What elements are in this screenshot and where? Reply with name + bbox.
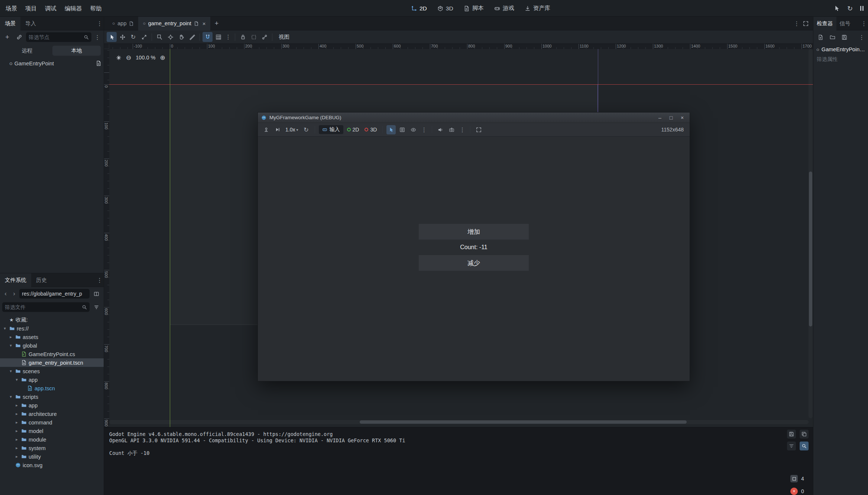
pivot-tool-icon[interactable]	[165, 32, 175, 42]
expand-arrow[interactable]: ▸	[14, 437, 19, 442]
horizontal-scrollbar[interactable]	[109, 420, 809, 424]
expand-arrow[interactable]: ▸	[14, 420, 19, 425]
save-log-icon[interactable]	[787, 430, 796, 439]
move-tool-icon[interactable]	[117, 32, 127, 42]
camera-override-icon[interactable]	[447, 125, 456, 134]
tab-scene[interactable]: 场景	[0, 17, 20, 30]
filesystem-menu-icon[interactable]: ⋮	[95, 277, 104, 284]
select-tool-icon[interactable]	[107, 32, 117, 42]
file-tree-item[interactable]: ▸ system	[0, 444, 104, 452]
filter-files-input[interactable]	[5, 304, 80, 310]
file-tree-item[interactable]: # GameEntryPoint.cs	[0, 350, 104, 358]
inspector-menu-icon[interactable]: ⋮	[858, 34, 866, 41]
rotate-tool-icon[interactable]: ↻	[128, 32, 138, 42]
attached-script-icon[interactable]	[96, 61, 101, 66]
file-tree-item[interactable]: ▸ architecture	[0, 410, 104, 418]
file-tree-item[interactable]: ▸ assets	[0, 333, 104, 341]
increase-button[interactable]: 增加	[418, 224, 529, 240]
file-tree-item[interactable]: ▾ scenes	[0, 367, 104, 375]
file-tree-item[interactable]: ▾ res://	[0, 324, 104, 333]
expand-arrow[interactable]: ▾	[8, 394, 13, 399]
vertical-scrollbar-thumb[interactable]	[809, 172, 812, 326]
decrease-button[interactable]: 减少	[418, 255, 529, 271]
scene-tree-menu-icon[interactable]: ⋮	[93, 34, 101, 41]
expand-arrow[interactable]: ▸	[14, 446, 19, 450]
menu-scene[interactable]: 场景	[1, 0, 21, 16]
expand-arrow[interactable]: ▾	[14, 377, 19, 382]
tab-history[interactable]: 历史	[31, 273, 52, 287]
tab-remote[interactable]: 远程	[3, 46, 51, 56]
path-field[interactable]	[19, 289, 90, 299]
vertical-scrollbar[interactable]	[809, 49, 813, 418]
menu-debug[interactable]: 调试	[41, 0, 61, 16]
center-view-icon[interactable]	[116, 55, 122, 61]
grid-snap-icon[interactable]	[213, 32, 223, 42]
nav-forward-icon[interactable]: ›	[11, 290, 17, 297]
pick-node-icon[interactable]	[386, 125, 396, 134]
minimize-icon[interactable]: –	[656, 115, 664, 121]
expand-arrow[interactable]: ▸	[14, 429, 19, 433]
messages-badge[interactable]: 4	[790, 475, 807, 482]
file-tree-item[interactable]: ▸ app	[0, 401, 104, 410]
lock-icon[interactable]	[238, 32, 248, 42]
tab-inspector[interactable]: 检查器	[813, 17, 836, 30]
filter-nodes-field[interactable]	[26, 32, 91, 42]
tab-filesystem[interactable]: 文件系统	[0, 273, 31, 287]
input-mode-button[interactable]: 输入	[319, 125, 343, 134]
speed-dropdown[interactable]: 1.0x ▾	[284, 127, 300, 133]
camera-options-icon[interactable]: ⋮	[458, 126, 466, 133]
search-log-icon[interactable]	[800, 442, 809, 450]
expand-arrow[interactable]: ▾	[2, 326, 7, 331]
workspace-game[interactable]: 游戏	[494, 4, 514, 12]
select-mode-icon[interactable]	[833, 5, 840, 12]
filter-properties[interactable]: 筛选属性	[813, 54, 868, 65]
mode-3d-button[interactable]: 3D	[363, 127, 379, 133]
split-view-icon[interactable]	[91, 289, 101, 299]
pick-options-icon[interactable]: ⋮	[420, 126, 428, 133]
workspace-2d[interactable]: 2D	[411, 5, 427, 12]
restart-icon[interactable]: ↻	[847, 4, 853, 13]
horizontal-scrollbar-thumb[interactable]	[360, 420, 687, 424]
instance-scene-button[interactable]	[14, 32, 24, 42]
scene-tab-app[interactable]: ○ app	[108, 17, 138, 30]
pick-list-icon[interactable]	[398, 125, 407, 134]
list-select-tool-icon[interactable]	[155, 32, 165, 42]
game-window-titlebar[interactable]: MyGFrameworkGame (DEBUG) – □ ×	[258, 113, 690, 123]
2d-viewport[interactable]: -100010020030040050060070080090010001100…	[104, 44, 813, 427]
restart-game-icon[interactable]: ↻	[302, 125, 311, 134]
joystick-icon[interactable]	[262, 125, 271, 134]
workspace-assetlib[interactable]: 资产库	[525, 4, 551, 12]
zoom-out-icon[interactable]: ⊖	[126, 54, 131, 62]
filter-files-field[interactable]	[2, 302, 90, 312]
zoom-in-icon[interactable]: ⊕	[160, 54, 165, 62]
audio-mute-icon[interactable]	[436, 125, 445, 134]
maximize-icon[interactable]: □	[667, 115, 675, 121]
file-tree-favorites[interactable]: ★ 收藏:	[0, 316, 104, 324]
file-tree-item-selected[interactable]: game_entry_point.tscn	[0, 358, 104, 367]
new-resource-icon[interactable]	[816, 32, 826, 42]
menu-project[interactable]: 项目	[21, 0, 41, 16]
file-tree-item[interactable]: ▸ command	[0, 418, 104, 427]
expand-arrow[interactable]: ▾	[8, 343, 13, 348]
snap-options-icon[interactable]: ⋮	[224, 33, 232, 40]
save-resource-icon[interactable]	[839, 32, 849, 42]
pan-tool-icon[interactable]	[176, 32, 186, 42]
expand-arrow[interactable]: ▸	[14, 411, 19, 416]
new-scene-tab-button[interactable]: +	[212, 19, 222, 29]
tabbar-menu-icon[interactable]: ⋮	[793, 20, 801, 27]
file-tree-item[interactable]: icon.svg	[0, 461, 104, 469]
load-resource-icon[interactable]	[827, 32, 838, 42]
workspace-3d[interactable]: 3D	[437, 5, 453, 12]
inspected-node[interactable]: ○ GameEntryPoint...	[813, 44, 868, 54]
nav-back-icon[interactable]: ‹	[2, 290, 9, 297]
game-debug-window[interactable]: MyGFrameworkGame (DEBUG) – □ × 1.0x ▾ ↻	[258, 112, 690, 381]
file-tree-item[interactable]: ▸ model	[0, 427, 104, 435]
file-tree-item[interactable]: ▾ global	[0, 341, 104, 350]
tab-signals[interactable]: 信号	[836, 17, 854, 30]
file-tree-item[interactable]: ▾ app	[0, 375, 104, 384]
file-tree-item[interactable]: ▸ utility	[0, 452, 104, 461]
expand-arrow[interactable]: ▸	[14, 454, 19, 459]
path-input[interactable]	[22, 291, 87, 297]
file-tree-item-open-scene[interactable]: app.tscn	[0, 384, 104, 393]
tab-import[interactable]: 导入	[20, 17, 41, 30]
